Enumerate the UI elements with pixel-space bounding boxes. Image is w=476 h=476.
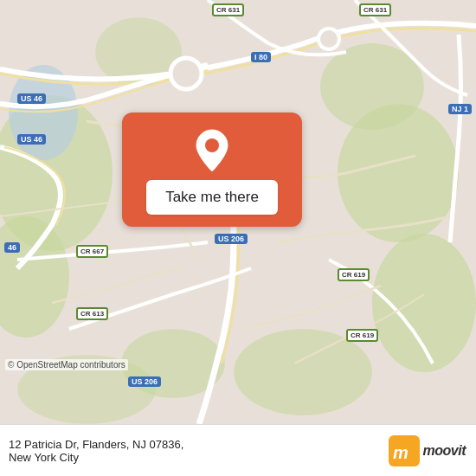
svg-point-13 bbox=[205, 138, 219, 152]
location-pin-icon bbox=[193, 128, 231, 173]
svg-point-12 bbox=[318, 29, 339, 49]
cr667-label: CR 667 bbox=[76, 245, 108, 258]
cr631-label-top-right: CR 631 bbox=[359, 3, 391, 16]
address-street: 12 Patricia Dr, Flanders, NJ 07836, bbox=[9, 438, 183, 451]
osm-attribution: © OpenStreetMap contributors bbox=[5, 359, 128, 370]
nj-label-right: NJ 1 bbox=[448, 104, 472, 114]
46-label-left: 46 bbox=[4, 242, 20, 253]
button-overlay: Take me there bbox=[113, 113, 312, 227]
cr631-label-top-left: CR 631 bbox=[212, 3, 244, 16]
app: US 46 US 46 46 I 80 CR 631 CR 631 NJ 1 C… bbox=[0, 0, 476, 476]
cr619-label-mid: CR 619 bbox=[338, 268, 370, 281]
take-me-there-button[interactable]: Take me there bbox=[146, 180, 278, 215]
i80-label: I 80 bbox=[251, 52, 271, 62]
svg-point-5 bbox=[234, 329, 372, 415]
svg-point-8 bbox=[320, 43, 424, 130]
us46-label-top: US 46 bbox=[17, 93, 46, 104]
address-section: 12 Patricia Dr, Flanders, NJ 07836, New … bbox=[9, 438, 183, 464]
us206-label-bot: US 206 bbox=[128, 376, 161, 387]
moovit-logo: m moovit bbox=[389, 435, 466, 466]
bottom-bar: 12 Patricia Dr, Flanders, NJ 07836, New … bbox=[0, 424, 476, 476]
cr619-label-bot: CR 619 bbox=[346, 329, 378, 342]
cr613-label: CR 613 bbox=[76, 307, 108, 320]
svg-point-11 bbox=[170, 58, 202, 89]
svg-text:m: m bbox=[393, 443, 408, 462]
address-city: New York City bbox=[9, 451, 183, 464]
moovit-icon: m bbox=[389, 435, 420, 466]
us46-label-mid: US 46 bbox=[17, 134, 46, 145]
location-pin-area: Take me there bbox=[122, 113, 302, 227]
map-container: US 46 US 46 46 I 80 CR 631 CR 631 NJ 1 C… bbox=[0, 0, 476, 424]
us206-label-mid: US 206 bbox=[215, 234, 248, 244]
moovit-wordmark: moovit bbox=[423, 443, 466, 459]
